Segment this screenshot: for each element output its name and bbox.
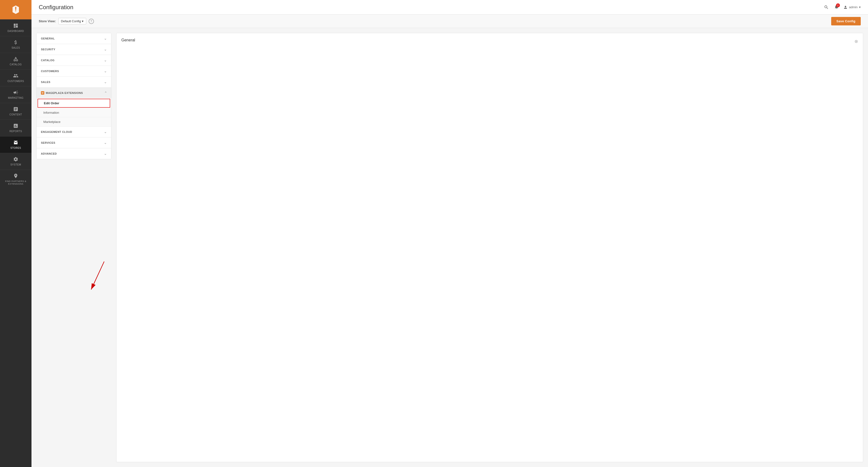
left-nav-label-advanced: ADVANCED bbox=[41, 152, 57, 155]
sidebar-item-label: CONTENT bbox=[9, 113, 22, 116]
left-nav-item-catalog: CATALOG ⌄ bbox=[37, 55, 111, 66]
partners-icon bbox=[13, 173, 19, 178]
left-nav-label-general: GENERAL bbox=[41, 37, 55, 40]
marketing-icon bbox=[13, 90, 19, 95]
left-nav-item-mageplaza: M MAGEPLAZA EXTENSIONS ⌄ Edit Order Info… bbox=[37, 88, 111, 127]
sub-item-marketplace[interactable]: Marketplace bbox=[37, 118, 111, 126]
system-icon bbox=[13, 157, 19, 162]
left-nav-item-general: GENERAL ⌄ bbox=[37, 33, 111, 44]
chevron-down-icon: ⌄ bbox=[104, 69, 107, 73]
save-config-button[interactable]: Save Config bbox=[831, 17, 861, 25]
sidebar-logo[interactable] bbox=[0, 0, 31, 19]
sidebar-item-system[interactable]: SYSTEM bbox=[0, 153, 31, 170]
store-view-chevron: ▾ bbox=[82, 19, 84, 23]
collapse-icon[interactable]: ⊗ bbox=[855, 39, 858, 44]
chevron-up-icon: ⌄ bbox=[104, 91, 107, 95]
sidebar-item-reports[interactable]: REPORTS bbox=[0, 120, 31, 136]
mageplaza-icon: M bbox=[41, 91, 44, 95]
left-nav-item-services: SERVICES ⌄ bbox=[37, 137, 111, 148]
search-icon bbox=[824, 5, 829, 10]
chevron-down-icon: ⌄ bbox=[104, 37, 107, 40]
store-view-select[interactable]: Default Config ▾ bbox=[58, 18, 86, 25]
store-view-value: Default Config bbox=[61, 19, 81, 23]
sidebar: DASHBOARD SALES CATALOG CUSTOMERS bbox=[0, 0, 31, 467]
sidebar-item-customers[interactable]: CUSTOMERS bbox=[0, 69, 31, 86]
help-button[interactable]: ? bbox=[89, 19, 94, 24]
catalog-icon bbox=[13, 56, 19, 62]
left-nav-item-advanced: ADVANCED ⌄ bbox=[37, 148, 111, 159]
left-nav-item-security: SECURITY ⌄ bbox=[37, 44, 111, 55]
sidebar-item-content[interactable]: CONTENT bbox=[0, 103, 31, 120]
admin-chevron: ▾ bbox=[859, 5, 861, 9]
mageplaza-sub-menu: Edit Order Information Marketplace bbox=[37, 99, 111, 126]
sidebar-item-marketing[interactable]: MARKETING bbox=[0, 86, 31, 103]
sidebar-item-label: SALES bbox=[11, 46, 20, 49]
store-view-bar: Store View: Default Config ▾ ? Save Conf… bbox=[31, 14, 868, 28]
admin-label: admin bbox=[849, 5, 858, 9]
sub-item-edit-order[interactable]: Edit Order bbox=[37, 99, 110, 108]
sidebar-item-label: SYSTEM bbox=[10, 163, 21, 166]
left-nav-label-customers: CUSTOMERS bbox=[41, 70, 59, 73]
page-title: Configuration bbox=[39, 4, 73, 11]
top-bar: Configuration 2 admin bbox=[31, 0, 868, 14]
sub-item-information[interactable]: Information bbox=[37, 108, 111, 118]
left-nav-header-engagement-cloud[interactable]: ENGAGEMENT CLOUD ⌄ bbox=[37, 127, 111, 137]
left-nav-label-mageplaza: MAGEPLAZA EXTENSIONS bbox=[46, 92, 83, 94]
sales-icon bbox=[13, 40, 19, 45]
reports-icon bbox=[13, 123, 19, 129]
chevron-down-icon: ⌄ bbox=[104, 152, 107, 156]
top-bar-actions: 2 admin ▾ bbox=[823, 4, 861, 11]
sidebar-item-catalog[interactable]: CATALOG bbox=[0, 53, 31, 69]
sidebar-item-label: CATALOG bbox=[10, 63, 22, 66]
store-view-label: Store View: bbox=[39, 19, 56, 23]
content-icon bbox=[13, 106, 19, 112]
left-nav-label-sales: SALES bbox=[41, 80, 51, 84]
chevron-down-icon: ⌄ bbox=[104, 141, 107, 145]
notification-badge: 2 bbox=[836, 3, 840, 7]
search-button[interactable] bbox=[823, 4, 830, 11]
sidebar-item-find-partners[interactable]: FIND PARTNERS & EXTENSIONS bbox=[0, 170, 31, 189]
left-nav-item-customers: CUSTOMERS ⌄ bbox=[37, 66, 111, 77]
page-body: GENERAL ⌄ SECURITY ⌄ CATALOG ⌄ bbox=[31, 28, 868, 467]
left-nav-item-sales: SALES ⌄ bbox=[37, 77, 111, 88]
left-nav-header-sales[interactable]: SALES ⌄ bbox=[37, 77, 111, 87]
sidebar-item-label: CUSTOMERS bbox=[7, 80, 24, 83]
left-nav-header-services[interactable]: SERVICES ⌄ bbox=[37, 137, 111, 148]
notification-button[interactable]: 2 bbox=[834, 4, 839, 10]
left-nav-header-security[interactable]: SECURITY ⌄ bbox=[37, 44, 111, 55]
chevron-down-icon: ⌄ bbox=[104, 80, 107, 84]
chevron-down-icon: ⌄ bbox=[104, 47, 107, 51]
sidebar-item-label: STORES bbox=[10, 147, 21, 149]
left-nav-label-engagement-cloud: ENGAGEMENT CLOUD bbox=[41, 130, 72, 133]
left-nav-label-catalog: CATALOG bbox=[41, 59, 55, 62]
chevron-down-icon: ⌄ bbox=[104, 58, 107, 62]
sidebar-item-label: FIND PARTNERS & EXTENSIONS bbox=[2, 180, 30, 185]
store-view-left: Store View: Default Config ▾ ? bbox=[39, 18, 94, 25]
stores-icon bbox=[13, 140, 19, 145]
left-nav-header-general[interactable]: GENERAL ⌄ bbox=[37, 33, 111, 44]
left-nav-label-services: SERVICES bbox=[41, 141, 55, 144]
sidebar-item-stores[interactable]: STORES bbox=[0, 136, 31, 153]
left-nav-panel: GENERAL ⌄ SECURITY ⌄ CATALOG ⌄ bbox=[36, 33, 112, 159]
admin-user-menu[interactable]: admin ▾ bbox=[843, 5, 861, 9]
left-nav-header-catalog[interactable]: CATALOG ⌄ bbox=[37, 55, 111, 66]
left-nav-header-advanced[interactable]: ADVANCED ⌄ bbox=[37, 148, 111, 159]
left-nav-label-security: SECURITY bbox=[41, 48, 56, 51]
chevron-down-icon: ⌄ bbox=[104, 130, 107, 134]
mageplaza-header: M MAGEPLAZA EXTENSIONS bbox=[41, 91, 83, 95]
dashboard-icon bbox=[13, 23, 19, 28]
left-nav-header-mageplaza[interactable]: M MAGEPLAZA EXTENSIONS ⌄ bbox=[37, 88, 111, 98]
main-content: Configuration 2 admin bbox=[31, 0, 868, 467]
left-nav-header-customers[interactable]: CUSTOMERS ⌄ bbox=[37, 66, 111, 76]
left-nav-item-engagement-cloud: ENGAGEMENT CLOUD ⌄ bbox=[37, 127, 111, 137]
sidebar-item-dashboard[interactable]: DASHBOARD bbox=[0, 19, 31, 36]
sidebar-item-label: REPORTS bbox=[9, 130, 22, 133]
customers-icon bbox=[13, 73, 19, 78]
admin-avatar-icon bbox=[843, 5, 848, 9]
right-content-title: General bbox=[121, 38, 135, 42]
sidebar-item-label: MARKETING bbox=[8, 97, 24, 99]
sidebar-item-sales[interactable]: SALES bbox=[0, 36, 31, 53]
sidebar-item-label: DASHBOARD bbox=[7, 30, 24, 33]
right-content-panel: General ⊗ bbox=[116, 33, 863, 462]
